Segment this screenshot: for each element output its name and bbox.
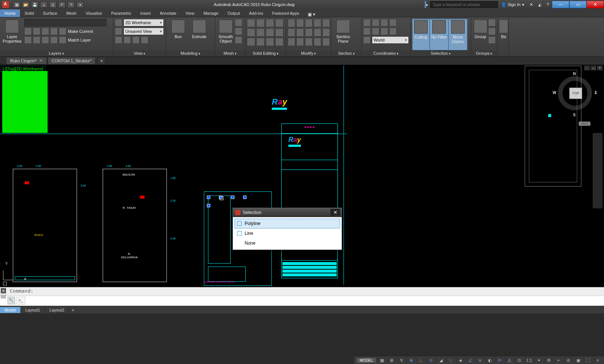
- layer-freeze-icon[interactable]: [33, 28, 40, 35]
- status-annotation[interactable]: 人: [505, 357, 513, 363]
- modify-break[interactable]: [314, 38, 321, 46]
- command-drag-grip[interactable]: [1, 295, 6, 299]
- panel-title-section[interactable]: Section: [331, 50, 361, 56]
- ucs-x-btn[interactable]: [363, 28, 371, 35]
- layer-lock-icon[interactable]: [42, 28, 49, 35]
- move-gizmo-button[interactable]: Move Gizmo: [448, 19, 467, 50]
- selection-grip[interactable]: [231, 196, 234, 199]
- status-3dosnap[interactable]: ◈: [456, 357, 464, 363]
- maximize-button[interactable]: ▭: [569, 1, 587, 8]
- tab-annotate[interactable]: Annotate: [155, 9, 181, 17]
- qat-print[interactable]: ⎙: [49, 1, 57, 8]
- tab-home[interactable]: Home: [0, 9, 20, 17]
- layer-unlock-icon[interactable]: [50, 36, 58, 44]
- qat-redo[interactable]: ↷: [67, 1, 75, 8]
- status-infer[interactable]: ↯: [397, 357, 405, 363]
- wcs-badge[interactable]: WCS: [579, 122, 590, 126]
- selection-item-line[interactable]: Line: [234, 228, 340, 238]
- panel-title-mesh[interactable]: Mesh: [215, 50, 245, 56]
- status-isolate[interactable]: ▣: [574, 357, 582, 363]
- tab-visualize[interactable]: Visualize: [81, 9, 107, 17]
- view-btn-4[interactable]: [141, 36, 148, 44]
- match-layer-button[interactable]: Match Layer: [59, 36, 91, 44]
- tab-view[interactable]: View: [181, 9, 199, 17]
- tab-solid[interactable]: Solid: [20, 9, 38, 17]
- modify-join[interactable]: [322, 38, 330, 46]
- mesh-less-icon[interactable]: [235, 28, 242, 35]
- solided-btn-8[interactable]: [275, 28, 284, 37]
- qat-dropdown[interactable]: ▾: [76, 1, 84, 8]
- viewcube[interactable]: TOP N E S W: [554, 72, 596, 114]
- ucs-z-btn[interactable]: [381, 28, 388, 35]
- doc-tab-2[interactable]: CONTOH 1_Struktur*: [48, 57, 96, 65]
- command-close[interactable]: ✕: [1, 288, 6, 293]
- status-workspace[interactable]: ⚙: [544, 357, 553, 363]
- group-button[interactable]: Group: [473, 19, 488, 50]
- status-anno-monitor[interactable]: +: [554, 357, 562, 363]
- tab-surface[interactable]: Surface: [39, 9, 62, 17]
- modify-mirror[interactable]: [296, 28, 304, 37]
- qat-saveas[interactable]: ⤓: [40, 1, 48, 8]
- modify-move[interactable]: [288, 19, 295, 27]
- solided-btn-1[interactable]: [247, 19, 255, 27]
- status-customize[interactable]: ≡: [593, 357, 602, 363]
- selection-item-polyline[interactable]: Polyline: [234, 219, 340, 228]
- doc-tab-add[interactable]: +: [98, 57, 105, 64]
- tab-insert[interactable]: Insert: [136, 9, 156, 17]
- status-cleanscreen[interactable]: ⛶: [584, 357, 592, 363]
- doc-tab-1-close[interactable]: ✕: [40, 59, 43, 63]
- layer-iso-icon[interactable]: [24, 36, 32, 44]
- solided-btn-6[interactable]: [256, 28, 265, 37]
- selection-popup-header[interactable]: Selection ✕: [233, 208, 342, 217]
- panel-title-modeling[interactable]: Modeling: [166, 50, 215, 56]
- layout-tab-2[interactable]: Layout2: [45, 307, 69, 313]
- modify-scale[interactable]: [296, 38, 304, 46]
- group-edit-btn[interactable]: [488, 28, 496, 35]
- command-customize-icon[interactable]: 🔧: [8, 297, 15, 304]
- layer-properties-button[interactable]: Layer Properties: [2, 19, 23, 50]
- view-btn-2[interactable]: [123, 36, 131, 44]
- panel-title-groups[interactable]: Groups: [471, 50, 497, 56]
- panel-title-modify[interactable]: Modify: [286, 50, 331, 56]
- modify-array[interactable]: [314, 28, 321, 37]
- solided-btn-7[interactable]: [266, 28, 274, 37]
- modify-explode[interactable]: [322, 19, 330, 27]
- status-transparency[interactable]: ◐: [485, 357, 494, 363]
- modify-rotate[interactable]: [296, 19, 304, 27]
- saved-view-combo[interactable]: Unsaved View: [123, 28, 164, 35]
- tab-manage[interactable]: Manage: [199, 9, 223, 17]
- layer-combo[interactable]: [24, 19, 106, 26]
- status-lineweight[interactable]: ≡: [476, 357, 484, 363]
- status-polar[interactable]: ⊙: [427, 357, 435, 363]
- world-combo[interactable]: World: [372, 36, 409, 44]
- ucs-y-btn[interactable]: [372, 28, 379, 35]
- viewcube-north[interactable]: N: [573, 72, 576, 76]
- exchange-apps-icon[interactable]: ✕: [530, 2, 533, 7]
- layer-off-icon[interactable]: [24, 28, 32, 35]
- ucs-icon[interactable]: [3, 269, 14, 280]
- infocenter-arrow-icon[interactable]: ▸: [425, 1, 428, 8]
- minimize-button[interactable]: —: [552, 1, 569, 8]
- status-osnap[interactable]: □: [446, 357, 455, 363]
- ribbon-expand-icon[interactable]: ▣ ▾: [308, 12, 315, 17]
- solided-btn-12[interactable]: [275, 38, 284, 46]
- modify-align[interactable]: [305, 38, 313, 46]
- visual-style-icon[interactable]: [115, 19, 122, 26]
- selection-item-none[interactable]: None: [234, 238, 340, 248]
- base-button[interactable]: Ba: [499, 19, 508, 50]
- visual-style-combo[interactable]: 2D Wireframe: [123, 19, 164, 26]
- solided-btn-2[interactable]: [256, 19, 265, 27]
- ucs-icon-btn[interactable]: [363, 19, 371, 26]
- viewport-max[interactable]: ▭: [591, 66, 596, 70]
- qat-new[interactable]: ▦: [13, 1, 20, 8]
- status-grid[interactable]: ▦: [378, 357, 386, 363]
- solided-btn-5[interactable]: [247, 28, 255, 37]
- viewcube-south[interactable]: S: [573, 113, 576, 117]
- tab-output[interactable]: Output: [223, 9, 245, 17]
- close-button[interactable]: ✕: [587, 1, 604, 8]
- viewport-close[interactable]: ✕: [597, 66, 602, 70]
- sign-in-button[interactable]: 👤 Sign In ▾: [501, 2, 524, 7]
- solided-btn-10[interactable]: [256, 38, 265, 46]
- status-annoscale[interactable]: ⚖: [515, 357, 523, 363]
- panel-title-solid-editing[interactable]: Solid Editing: [245, 50, 286, 56]
